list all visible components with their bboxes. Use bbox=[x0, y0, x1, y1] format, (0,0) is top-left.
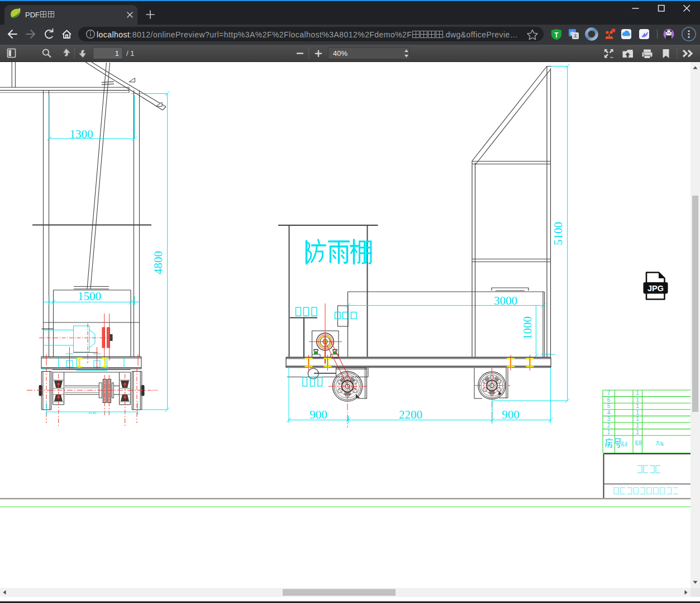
svg-text:1: 1 bbox=[115, 49, 119, 58]
svg-text:1: 1 bbox=[636, 429, 639, 435]
svg-text:4: 4 bbox=[607, 410, 611, 416]
svg-text:1: 1 bbox=[636, 390, 639, 396]
svg-text:1000: 1000 bbox=[521, 316, 534, 340]
svg-text:4140: 4140 bbox=[88, 411, 97, 415]
svg-text:1: 1 bbox=[636, 422, 639, 429]
svg-text:1: 1 bbox=[636, 416, 639, 422]
svg-text:/ 1: / 1 bbox=[126, 49, 134, 58]
svg-text:1: 1 bbox=[636, 403, 639, 409]
svg-text:T: T bbox=[554, 31, 559, 39]
svg-text:900: 900 bbox=[502, 408, 520, 421]
svg-text:5100: 5100 bbox=[551, 222, 565, 245]
svg-text:5: 5 bbox=[607, 403, 611, 409]
svg-text:3: 3 bbox=[607, 416, 611, 422]
svg-text:PDF: PDF bbox=[25, 11, 40, 19]
svg-text:900: 900 bbox=[309, 408, 327, 421]
svg-text:1: 1 bbox=[636, 397, 639, 403]
svg-text:4800: 4800 bbox=[151, 251, 165, 274]
svg-text:1300: 1300 bbox=[70, 127, 93, 141]
svg-text:2200: 2200 bbox=[399, 408, 422, 421]
svg-text:1500: 1500 bbox=[78, 289, 101, 303]
svg-text:1: 1 bbox=[607, 429, 611, 435]
svg-text:1: 1 bbox=[636, 410, 639, 416]
svg-text:40%: 40% bbox=[333, 49, 347, 58]
svg-text:7: 7 bbox=[607, 390, 611, 396]
svg-text:2: 2 bbox=[607, 422, 611, 429]
svg-text:6: 6 bbox=[607, 397, 611, 403]
svg-text:JPG: JPG bbox=[647, 284, 664, 293]
